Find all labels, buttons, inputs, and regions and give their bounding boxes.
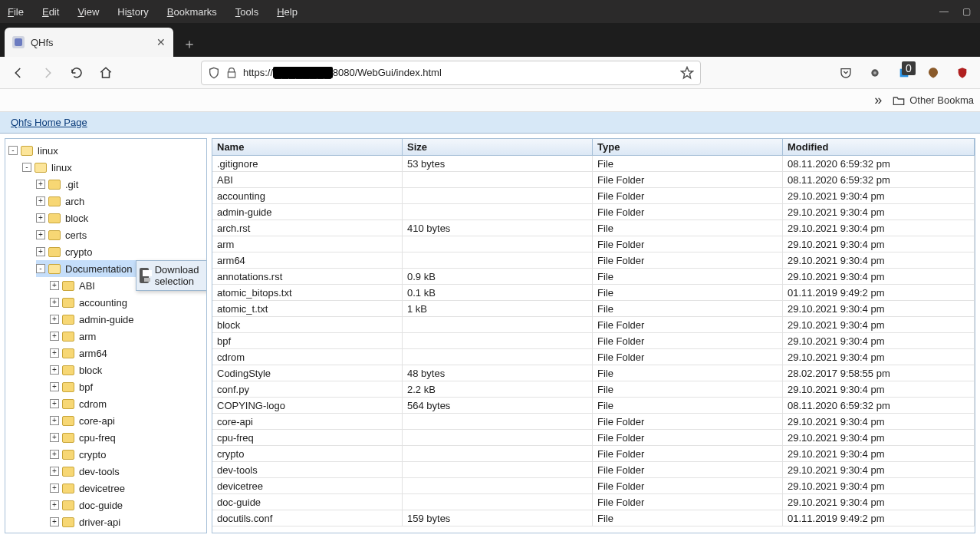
tree-node-dev-tools[interactable]: +dev-tools: [50, 463, 205, 480]
other-bookmarks-button[interactable]: Other Bookma: [909, 94, 974, 106]
back-button[interactable]: [8, 62, 29, 84]
table-row[interactable]: devicetreeFile Folder29.10.2021 9:30:4 p…: [212, 478, 975, 494]
context-menu-download[interactable]: Download selection: [155, 264, 206, 287]
tracking-shield-icon[interactable]: [208, 67, 220, 79]
expand-icon[interactable]: +: [50, 500, 59, 510]
grid-body[interactable]: .gitignore53 bytesFile08.11.2020 6:59:32…: [212, 156, 975, 533]
tree-node-block[interactable]: +block: [36, 210, 205, 226]
table-row[interactable]: dev-toolsFile Folder29.10.2021 9:30:4 pm: [212, 462, 975, 478]
extension-icon-2[interactable]: [926, 66, 940, 80]
bookmarks-overflow-icon[interactable]: »: [874, 92, 882, 108]
col-size[interactable]: Size: [403, 139, 593, 155]
table-row[interactable]: blockFile Folder29.10.2021 9:30:4 pm: [212, 317, 975, 333]
table-row[interactable]: bpfFile Folder29.10.2021 9:30:4 pm: [212, 333, 975, 349]
tree-node-arm64[interactable]: +arm64: [50, 345, 205, 361]
table-row[interactable]: doc-guideFile Folder29.10.2021 9:30:4 pm: [212, 494, 975, 510]
table-row[interactable]: armFile Folder29.10.2021 9:30:4 pm: [212, 236, 975, 252]
tree-node-doc-guide[interactable]: +doc-guide: [50, 497, 205, 513]
col-name[interactable]: Name: [212, 139, 403, 155]
tree-node-cpu-freq[interactable]: +cpu-freq: [50, 429, 205, 446]
expand-icon[interactable]: +: [50, 416, 59, 425]
tree-node-certs[interactable]: +certs: [36, 226, 205, 243]
tree-node-crypto[interactable]: +crypto: [50, 446, 205, 463]
expand-icon[interactable]: +: [36, 247, 45, 256]
window-maximize-icon[interactable]: ▢: [962, 6, 971, 17]
tree-node-crypto[interactable]: +crypto: [36, 243, 205, 260]
table-row[interactable]: accountingFile Folder29.10.2021 9:30:4 p…: [212, 188, 975, 204]
menu-view[interactable]: View: [77, 6, 99, 18]
expand-icon[interactable]: +: [50, 467, 59, 476]
home-page-link[interactable]: Qhfs Home Page: [11, 117, 87, 128]
table-row[interactable]: admin-guideFile Folder29.10.2021 9:30:4 …: [212, 204, 975, 220]
tree-node-bpf[interactable]: +bpf: [50, 378, 205, 395]
browser-tab[interactable]: QHfs ✕: [5, 28, 173, 57]
table-row[interactable]: .gitignore53 bytesFile08.11.2020 6:59:32…: [212, 156, 975, 172]
expand-icon[interactable]: +: [36, 180, 45, 189]
menu-edit[interactable]: Edit: [42, 6, 59, 18]
expand-icon[interactable]: +: [50, 348, 59, 358]
table-row[interactable]: COPYING-logo564 bytesFile08.11.2020 6:59…: [212, 398, 975, 414]
menu-history[interactable]: History: [117, 6, 148, 18]
extension-badge-icon[interactable]: 0: [897, 66, 911, 80]
tree-node-cdrom[interactable]: +cdrom: [50, 395, 205, 412]
expand-icon[interactable]: +: [50, 433, 59, 442]
table-row[interactable]: core-apiFile Folder29.10.2021 9:30:4 pm: [212, 414, 975, 430]
table-row[interactable]: CodingStyle48 bytesFile28.02.2017 9:58:5…: [212, 365, 975, 381]
expand-icon[interactable]: +: [50, 517, 59, 526]
tree-node-arch[interactable]: +arch: [36, 193, 205, 210]
table-row[interactable]: ABIFile Folder08.11.2020 6:59:32 pm: [212, 172, 975, 188]
reload-button[interactable]: [66, 62, 87, 84]
tree-node-devicetree[interactable]: +devicetree: [50, 480, 205, 497]
expand-icon[interactable]: +: [36, 213, 45, 223]
home-button[interactable]: [95, 62, 117, 84]
table-row[interactable]: cryptoFile Folder29.10.2021 9:30:4 pm: [212, 446, 975, 462]
url-field[interactable]: https://████████8080/WebGui/index.html: [201, 61, 701, 85]
tree-node-accounting[interactable]: +accounting: [50, 294, 205, 311]
expand-icon[interactable]: +: [36, 196, 45, 206]
tree-node-linux[interactable]: -linux: [8, 142, 205, 159]
forward-button[interactable]: [37, 62, 58, 84]
tree-node-.git[interactable]: +.git: [36, 176, 205, 193]
window-minimize-icon[interactable]: —: [939, 6, 949, 17]
expand-icon[interactable]: +: [50, 450, 59, 459]
expand-icon[interactable]: +: [50, 315, 59, 324]
new-tab-button[interactable]: ＋: [176, 31, 202, 57]
table-row[interactable]: docutils.conf159 bytesFile01.11.2019 9:4…: [212, 510, 975, 526]
table-row[interactable]: atomic_bitops.txt0.1 kBFile01.11.2019 9:…: [212, 285, 975, 301]
menu-bookmarks[interactable]: Bookmarks: [167, 6, 217, 18]
tree-node-admin-guide[interactable]: +admin-guide: [50, 311, 205, 328]
menu-tools[interactable]: Tools: [235, 6, 258, 18]
expand-icon[interactable]: +: [50, 484, 59, 493]
expand-icon[interactable]: +: [50, 382, 59, 391]
collapse-icon[interactable]: -: [36, 264, 45, 273]
table-row[interactable]: atomic_t.txt1 kBFile29.10.2021 9:30:4 pm: [212, 301, 975, 317]
tree-node-block[interactable]: +block: [50, 361, 205, 378]
table-row[interactable]: conf.py2.2 kBFile29.10.2021 9:30:4 pm: [212, 381, 975, 398]
tree-node-core-api[interactable]: +core-api: [50, 412, 205, 429]
table-row[interactable]: annotations.rst0.9 kBFile29.10.2021 9:30…: [212, 269, 975, 285]
table-row[interactable]: arch.rst410 bytesFile29.10.2021 9:30:4 p…: [212, 220, 975, 236]
expand-icon[interactable]: +: [50, 399, 59, 408]
table-row[interactable]: arm64File Folder29.10.2021 9:30:4 pm: [212, 252, 975, 269]
tree-node-driver-api[interactable]: +driver-api: [50, 513, 205, 530]
expand-icon[interactable]: +: [50, 365, 59, 375]
table-row[interactable]: cdromFile Folder29.10.2021 9:30:4 pm: [212, 349, 975, 365]
tab-close-icon[interactable]: ✕: [156, 36, 166, 48]
col-modified[interactable]: Modified: [783, 139, 975, 155]
col-type[interactable]: Type: [593, 139, 783, 155]
menu-help[interactable]: Help: [277, 6, 298, 18]
expand-icon[interactable]: +: [50, 298, 59, 307]
collapse-icon[interactable]: -: [8, 146, 18, 155]
folder-tree-panel[interactable]: -linux-linux+.git+arch+block+certs+crypt…: [5, 138, 207, 533]
pocket-icon[interactable]: [839, 66, 853, 80]
tree-node-arm[interactable]: +arm: [50, 328, 205, 345]
table-row[interactable]: cpu-freqFile Folder29.10.2021 9:30:4 pm: [212, 430, 975, 446]
tree-node-linux[interactable]: -linux: [22, 159, 205, 176]
bookmark-star-icon[interactable]: [680, 66, 694, 80]
expand-icon[interactable]: +: [36, 230, 45, 239]
extension-icon[interactable]: [868, 66, 882, 80]
collapse-icon[interactable]: -: [22, 163, 31, 172]
ublock-icon[interactable]: [955, 66, 969, 80]
lock-icon[interactable]: [226, 67, 237, 79]
menu-file[interactable]: File: [8, 6, 24, 18]
